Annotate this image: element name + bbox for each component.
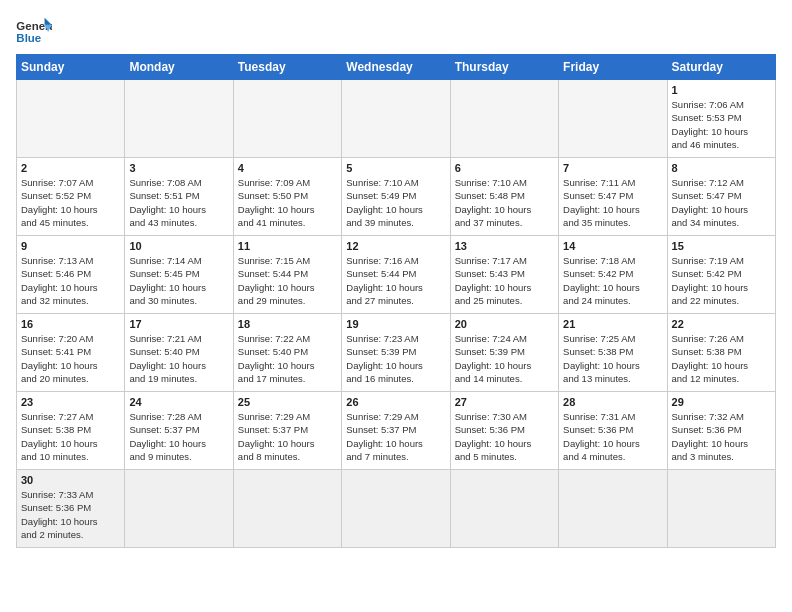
day-info: Sunrise: 7:32 AM Sunset: 5:36 PM Dayligh…: [672, 410, 771, 463]
day-number: 16: [21, 318, 120, 330]
calendar-cell: 30Sunrise: 7:33 AM Sunset: 5:36 PM Dayli…: [17, 470, 125, 548]
calendar-cell: 9Sunrise: 7:13 AM Sunset: 5:46 PM Daylig…: [17, 236, 125, 314]
day-info: Sunrise: 7:30 AM Sunset: 5:36 PM Dayligh…: [455, 410, 554, 463]
day-number: 23: [21, 396, 120, 408]
calendar-week-5: 23Sunrise: 7:27 AM Sunset: 5:38 PM Dayli…: [17, 392, 776, 470]
weekday-header-saturday: Saturday: [667, 55, 775, 80]
day-info: Sunrise: 7:19 AM Sunset: 5:42 PM Dayligh…: [672, 254, 771, 307]
calendar-cell: 10Sunrise: 7:14 AM Sunset: 5:45 PM Dayli…: [125, 236, 233, 314]
day-number: 17: [129, 318, 228, 330]
weekday-header-friday: Friday: [559, 55, 667, 80]
weekday-header-sunday: Sunday: [17, 55, 125, 80]
day-number: 1: [672, 84, 771, 96]
calendar-cell: [559, 80, 667, 158]
day-number: 26: [346, 396, 445, 408]
calendar-cell: 14Sunrise: 7:18 AM Sunset: 5:42 PM Dayli…: [559, 236, 667, 314]
day-number: 22: [672, 318, 771, 330]
calendar-cell: [667, 470, 775, 548]
svg-text:Blue: Blue: [16, 32, 41, 44]
day-number: 3: [129, 162, 228, 174]
day-number: 25: [238, 396, 337, 408]
day-info: Sunrise: 7:06 AM Sunset: 5:53 PM Dayligh…: [672, 98, 771, 151]
day-number: 14: [563, 240, 662, 252]
calendar-cell: 11Sunrise: 7:15 AM Sunset: 5:44 PM Dayli…: [233, 236, 341, 314]
calendar-cell: 21Sunrise: 7:25 AM Sunset: 5:38 PM Dayli…: [559, 314, 667, 392]
calendar-cell: 28Sunrise: 7:31 AM Sunset: 5:36 PM Dayli…: [559, 392, 667, 470]
calendar-cell: 19Sunrise: 7:23 AM Sunset: 5:39 PM Dayli…: [342, 314, 450, 392]
calendar-cell: 6Sunrise: 7:10 AM Sunset: 5:48 PM Daylig…: [450, 158, 558, 236]
calendar-cell: [450, 80, 558, 158]
day-number: 24: [129, 396, 228, 408]
day-info: Sunrise: 7:09 AM Sunset: 5:50 PM Dayligh…: [238, 176, 337, 229]
weekday-header-monday: Monday: [125, 55, 233, 80]
day-info: Sunrise: 7:21 AM Sunset: 5:40 PM Dayligh…: [129, 332, 228, 385]
calendar-cell: 8Sunrise: 7:12 AM Sunset: 5:47 PM Daylig…: [667, 158, 775, 236]
day-number: 8: [672, 162, 771, 174]
day-number: 20: [455, 318, 554, 330]
day-number: 21: [563, 318, 662, 330]
calendar-cell: 24Sunrise: 7:28 AM Sunset: 5:37 PM Dayli…: [125, 392, 233, 470]
calendar-cell: 18Sunrise: 7:22 AM Sunset: 5:40 PM Dayli…: [233, 314, 341, 392]
weekday-header-thursday: Thursday: [450, 55, 558, 80]
day-number: 29: [672, 396, 771, 408]
calendar-cell: [342, 470, 450, 548]
day-number: 10: [129, 240, 228, 252]
calendar-cell: 1Sunrise: 7:06 AM Sunset: 5:53 PM Daylig…: [667, 80, 775, 158]
day-info: Sunrise: 7:11 AM Sunset: 5:47 PM Dayligh…: [563, 176, 662, 229]
calendar-cell: [559, 470, 667, 548]
day-number: 9: [21, 240, 120, 252]
calendar-week-6: 30Sunrise: 7:33 AM Sunset: 5:36 PM Dayli…: [17, 470, 776, 548]
day-info: Sunrise: 7:25 AM Sunset: 5:38 PM Dayligh…: [563, 332, 662, 385]
calendar-cell: 29Sunrise: 7:32 AM Sunset: 5:36 PM Dayli…: [667, 392, 775, 470]
day-info: Sunrise: 7:29 AM Sunset: 5:37 PM Dayligh…: [238, 410, 337, 463]
day-number: 18: [238, 318, 337, 330]
calendar-cell: 15Sunrise: 7:19 AM Sunset: 5:42 PM Dayli…: [667, 236, 775, 314]
day-number: 6: [455, 162, 554, 174]
calendar-table: SundayMondayTuesdayWednesdayThursdayFrid…: [16, 54, 776, 548]
logo: General Blue: [16, 16, 52, 46]
calendar-cell: 4Sunrise: 7:09 AM Sunset: 5:50 PM Daylig…: [233, 158, 341, 236]
day-info: Sunrise: 7:10 AM Sunset: 5:49 PM Dayligh…: [346, 176, 445, 229]
day-info: Sunrise: 7:33 AM Sunset: 5:36 PM Dayligh…: [21, 488, 120, 541]
calendar-cell: 17Sunrise: 7:21 AM Sunset: 5:40 PM Dayli…: [125, 314, 233, 392]
day-number: 27: [455, 396, 554, 408]
day-info: Sunrise: 7:13 AM Sunset: 5:46 PM Dayligh…: [21, 254, 120, 307]
calendar-cell: [125, 470, 233, 548]
day-info: Sunrise: 7:17 AM Sunset: 5:43 PM Dayligh…: [455, 254, 554, 307]
day-info: Sunrise: 7:12 AM Sunset: 5:47 PM Dayligh…: [672, 176, 771, 229]
calendar-cell: [125, 80, 233, 158]
calendar-cell: 13Sunrise: 7:17 AM Sunset: 5:43 PM Dayli…: [450, 236, 558, 314]
calendar-cell: 16Sunrise: 7:20 AM Sunset: 5:41 PM Dayli…: [17, 314, 125, 392]
calendar-week-3: 9Sunrise: 7:13 AM Sunset: 5:46 PM Daylig…: [17, 236, 776, 314]
calendar-cell: 3Sunrise: 7:08 AM Sunset: 5:51 PM Daylig…: [125, 158, 233, 236]
calendar-cell: [17, 80, 125, 158]
day-number: 5: [346, 162, 445, 174]
calendar-cell: [450, 470, 558, 548]
day-info: Sunrise: 7:29 AM Sunset: 5:37 PM Dayligh…: [346, 410, 445, 463]
day-info: Sunrise: 7:22 AM Sunset: 5:40 PM Dayligh…: [238, 332, 337, 385]
page-header: General Blue: [16, 16, 776, 46]
day-info: Sunrise: 7:18 AM Sunset: 5:42 PM Dayligh…: [563, 254, 662, 307]
calendar-cell: 5Sunrise: 7:10 AM Sunset: 5:49 PM Daylig…: [342, 158, 450, 236]
calendar-cell: 25Sunrise: 7:29 AM Sunset: 5:37 PM Dayli…: [233, 392, 341, 470]
calendar-cell: 12Sunrise: 7:16 AM Sunset: 5:44 PM Dayli…: [342, 236, 450, 314]
weekday-header-wednesday: Wednesday: [342, 55, 450, 80]
day-info: Sunrise: 7:07 AM Sunset: 5:52 PM Dayligh…: [21, 176, 120, 229]
day-number: 4: [238, 162, 337, 174]
day-info: Sunrise: 7:23 AM Sunset: 5:39 PM Dayligh…: [346, 332, 445, 385]
calendar-cell: [233, 80, 341, 158]
day-number: 13: [455, 240, 554, 252]
day-info: Sunrise: 7:27 AM Sunset: 5:38 PM Dayligh…: [21, 410, 120, 463]
calendar-cell: 7Sunrise: 7:11 AM Sunset: 5:47 PM Daylig…: [559, 158, 667, 236]
day-number: 15: [672, 240, 771, 252]
day-number: 12: [346, 240, 445, 252]
day-info: Sunrise: 7:10 AM Sunset: 5:48 PM Dayligh…: [455, 176, 554, 229]
calendar-cell: 20Sunrise: 7:24 AM Sunset: 5:39 PM Dayli…: [450, 314, 558, 392]
calendar-week-1: 1Sunrise: 7:06 AM Sunset: 5:53 PM Daylig…: [17, 80, 776, 158]
calendar-cell: 22Sunrise: 7:26 AM Sunset: 5:38 PM Dayli…: [667, 314, 775, 392]
weekday-header-row: SundayMondayTuesdayWednesdayThursdayFrid…: [17, 55, 776, 80]
day-info: Sunrise: 7:08 AM Sunset: 5:51 PM Dayligh…: [129, 176, 228, 229]
day-info: Sunrise: 7:14 AM Sunset: 5:45 PM Dayligh…: [129, 254, 228, 307]
calendar-cell: [342, 80, 450, 158]
day-info: Sunrise: 7:20 AM Sunset: 5:41 PM Dayligh…: [21, 332, 120, 385]
